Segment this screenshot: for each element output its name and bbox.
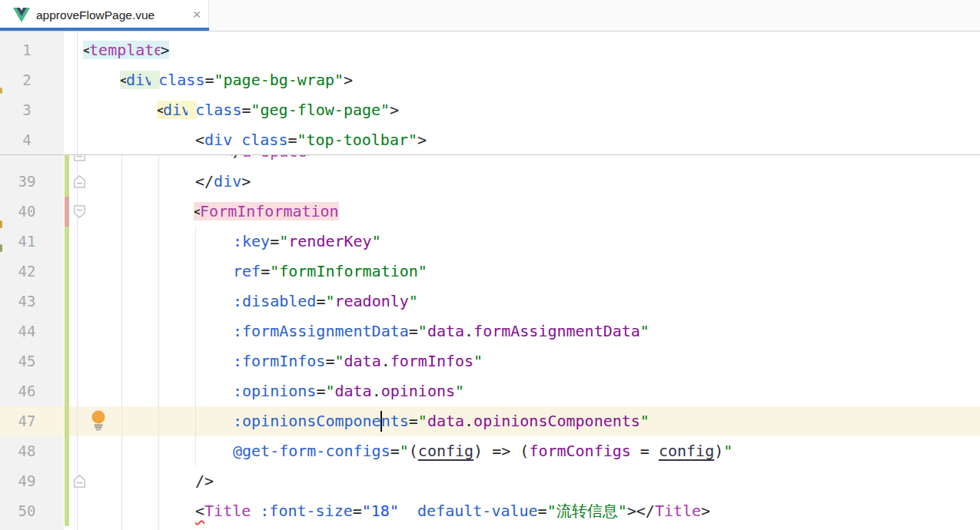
vcs-change-strip[interactable]	[65, 436, 69, 466]
sticky-line[interactable]: 2<div class="page-bg-wrap">	[0, 65, 980, 95]
code-token: </	[195, 172, 214, 190]
code-token: "	[325, 382, 334, 400]
code-token: renderKey	[288, 232, 371, 250]
code-line-45[interactable]: 45:formInfos="data.formInfos"	[0, 346, 980, 376]
code-line-48[interactable]: 48@get-form-configs="(config) => (formCo…	[0, 436, 980, 466]
vcs-change-strip[interactable]	[65, 316, 69, 346]
code-token: =>	[492, 442, 510, 460]
sticky-line[interactable]: 1<template>	[0, 35, 980, 65]
code-line-43[interactable]: 43:disabled="readonly"	[0, 287, 980, 316]
vcs-change-strip[interactable]	[65, 227, 69, 257]
code-token: div	[204, 131, 232, 149]
vue-logo-icon	[13, 8, 30, 22]
line-number: 43	[0, 287, 54, 316]
code-token: .	[464, 412, 473, 430]
vcs-change-strip[interactable]	[65, 197, 69, 227]
code-line-text: :opinionsComponents="data.opinionsCompon…	[233, 406, 649, 436]
intention-bulb-icon[interactable]	[90, 409, 107, 432]
code-token: "	[547, 502, 556, 520]
code-token: (	[520, 442, 529, 460]
vcs-change-strip[interactable]	[65, 167, 69, 197]
code-token	[232, 131, 241, 149]
code-line-text: <FormInformation	[195, 197, 337, 227]
code-token: ref	[233, 262, 261, 280]
code-line-text: />	[195, 466, 214, 496]
code-line-39[interactable]: 39</div>	[0, 167, 980, 197]
code-token: >	[417, 131, 427, 149]
code-token: config	[418, 442, 473, 460]
code-token: formInfos	[390, 352, 473, 370]
code-token: =	[287, 131, 297, 149]
code-token: "formInformation"	[270, 262, 427, 280]
vcs-change-strip[interactable]	[65, 466, 69, 496]
code-token: "	[618, 502, 627, 520]
line-number: 4	[0, 125, 54, 155]
code-token: .	[372, 382, 381, 400]
code-token: =	[390, 442, 400, 460]
code-line-46[interactable]: 46:opinions="data.opinions"	[0, 376, 980, 406]
code-token: "page-bg-wrap"	[214, 71, 344, 89]
code-token	[510, 442, 520, 460]
code-line-44[interactable]: 44:formAssignmentData="data.formAssignme…	[0, 316, 980, 346]
code-line-text: :formAssignmentData="data.formAssignment…	[233, 316, 649, 346]
code-token: "	[400, 442, 409, 460]
code-token: <	[195, 131, 204, 149]
code-token: opinions	[381, 382, 455, 400]
line-number: 3	[0, 95, 54, 125]
code-line-47[interactable]: 47:opinionsComponents="data.opinionsComp…	[0, 406, 980, 436]
fold-marker-icon[interactable]	[74, 175, 85, 188]
sticky-line[interactable]: 4<div class="top-toolbar">	[0, 125, 980, 155]
code-token: "	[372, 232, 381, 250]
fold-marker-icon[interactable]	[74, 475, 85, 488]
code-token: "	[409, 292, 418, 310]
code-line-49[interactable]: 49/>	[0, 466, 980, 496]
vcs-change-strip[interactable]	[65, 346, 69, 376]
code-line-42[interactable]: 42ref="formInformation"	[0, 257, 980, 287]
code-line-50[interactable]: 50<Title :font-size="18" default-value="…	[0, 496, 980, 526]
line-number: 42	[0, 257, 54, 287]
close-icon[interactable]: ×	[188, 0, 206, 31]
code-token: "	[640, 412, 649, 430]
code-token: :opinions	[233, 382, 316, 400]
code-token: <	[195, 502, 204, 520]
vcs-change-strip[interactable]	[65, 287, 69, 316]
line-number: 2	[0, 65, 54, 95]
edge-mark	[0, 220, 2, 228]
code-token: =	[270, 232, 279, 250]
vcs-change-strip[interactable]	[65, 257, 69, 287]
fold-marker-icon[interactable]	[74, 205, 85, 218]
code-token: default-value	[417, 502, 538, 520]
code-token: >	[160, 41, 169, 59]
code-token: div	[214, 172, 241, 190]
code-token: data	[427, 412, 464, 430]
code-token: 流转信息	[556, 502, 618, 520]
code-token: class	[195, 101, 241, 119]
sticky-line[interactable]: 3<div class="geg-flow-page">	[0, 95, 980, 125]
vcs-change-strip[interactable]	[65, 406, 69, 436]
code-line-text: <template>	[85, 35, 168, 65]
code-token: div	[126, 71, 154, 89]
code-line-text: <div class="page-bg-wrap">	[121, 65, 353, 95]
code-token: >	[701, 502, 710, 520]
code-line-41[interactable]: 41:key="renderKey"	[0, 227, 980, 257]
code-token: class	[158, 71, 204, 89]
sticky-lines-panel: 1<template>2<div class="page-bg-wrap">3<…	[0, 31, 980, 155]
code-token: :opinionsComponents	[233, 412, 409, 430]
code-token: "	[723, 442, 733, 460]
code-token: =	[409, 412, 418, 430]
code-line-40[interactable]: 40<FormInformation	[0, 197, 980, 227]
code-token: )	[714, 442, 723, 460]
code-token: opinionsComponents	[473, 412, 640, 430]
code-token: :formInfos	[233, 352, 325, 370]
line-number: 44	[0, 316, 54, 346]
vcs-change-strip[interactable]	[65, 376, 69, 406]
code-token: "18"	[362, 502, 399, 520]
vcs-change-strip[interactable]	[65, 496, 69, 526]
code-token: "	[279, 232, 288, 250]
code-token: "top-toolbar"	[297, 131, 417, 149]
code-token: "	[473, 352, 483, 370]
code-token: "	[325, 292, 334, 310]
code-token: FormInformation	[200, 202, 339, 220]
code-token: div	[163, 101, 191, 119]
tab-approveflowpage[interactable]: approveFlowPage.vue ×	[0, 0, 209, 31]
